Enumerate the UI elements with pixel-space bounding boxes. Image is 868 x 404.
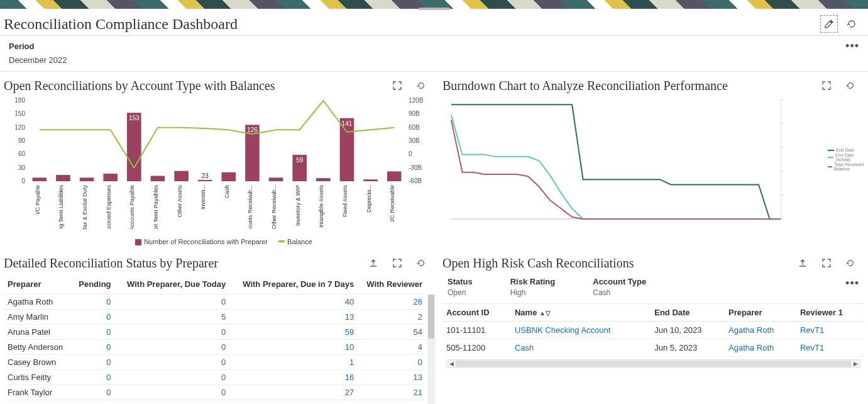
svg-text:153: 153 <box>129 115 140 121</box>
svg-text:59: 59 <box>296 157 304 164</box>
col-header[interactable]: End Date <box>651 304 725 322</box>
vertical-scrollbar[interactable] <box>427 295 435 404</box>
expand-button[interactable] <box>388 77 406 94</box>
svg-text:Investm...: Investm... <box>200 185 206 210</box>
svg-text:Tax & Excise Duty: Tax & Excise Duty <box>82 185 88 229</box>
burndown-chart: End Date End Date (Actual) Total Reviewe… <box>442 97 864 229</box>
upload-icon <box>798 259 807 267</box>
svg-rect-33 <box>363 179 378 181</box>
refresh-panel-button[interactable] <box>842 254 859 272</box>
svg-text:0: 0 <box>409 150 412 157</box>
col-header[interactable]: Reviewer 1 <box>796 304 864 322</box>
svg-text:Other Assets: Other Assets <box>177 185 183 218</box>
col-header[interactable]: With Preparer, Due Today <box>115 274 230 295</box>
preparer-table: PreparerPendingWith Preparer, Due TodayW… <box>4 274 426 404</box>
col-header[interactable]: With Preparer, Due in 7 Days <box>229 274 358 295</box>
table-row[interactable]: Casey Brown 0 0 1 0 <box>4 355 426 370</box>
pencil-icon <box>824 19 834 29</box>
col-header[interactable]: Preparer <box>4 274 72 295</box>
chart1-legend: Number of Reconciliations with Preparer … <box>4 238 435 245</box>
refresh-panel-button[interactable] <box>412 254 430 272</box>
expand-icon <box>393 81 402 90</box>
table-row[interactable]: Amy Marlin 0 5 13 2 <box>4 310 426 325</box>
svg-text:120: 120 <box>14 124 25 131</box>
filter-account-type[interactable]: Account Type Cash <box>593 277 646 297</box>
svg-text:Short Term Payables: Short Term Payables <box>153 185 159 229</box>
svg-text:Accounts Receivab...: Accounts Receivab... <box>247 185 253 229</box>
refresh-panel-button[interactable] <box>412 77 430 94</box>
refresh-icon <box>846 259 855 267</box>
col-header[interactable]: Account ID <box>442 304 511 322</box>
table-row[interactable]: Betty Anderson 0 0 10 4 <box>4 340 426 355</box>
export-button[interactable] <box>365 254 382 272</box>
period-value: December 2022 <box>0 54 868 72</box>
svg-text:-60B: -60B <box>409 177 422 184</box>
filter-status[interactable]: Status Open <box>448 277 473 297</box>
col-header[interactable]: Name ▲▽ <box>511 304 651 322</box>
svg-rect-31 <box>340 118 354 181</box>
svg-rect-21 <box>174 171 189 181</box>
svg-text:Accounts Payable: Accounts Payable <box>129 185 135 229</box>
table-row[interactable]: Jason Chung 0 0 22 17 <box>4 400 426 404</box>
col-header[interactable]: Pending <box>72 274 114 295</box>
expand-icon <box>822 259 831 267</box>
svg-text:Fixed Assets: Fixed Assets <box>342 185 348 218</box>
high-risk-table: Account IDName ▲▽End DatePreparerReviewe… <box>442 303 864 357</box>
svg-rect-14 <box>33 177 47 181</box>
expand-button[interactable] <box>818 77 835 94</box>
col-header[interactable]: Preparer <box>725 304 796 322</box>
svg-text:30: 30 <box>18 164 26 171</box>
refresh-icon <box>847 19 857 29</box>
svg-text:Long Term Liabilities: Long Term Liabilities <box>58 185 64 229</box>
table-row[interactable]: 101-11101 USBNK Checking Account Jun 10,… <box>442 322 864 339</box>
svg-text:90: 90 <box>18 137 26 144</box>
svg-text:126: 126 <box>247 126 258 133</box>
table-row[interactable]: 505-11200 Cash Jun 5, 2023 Agatha Roth R… <box>442 339 864 357</box>
svg-rect-22 <box>198 180 212 181</box>
period-label: Period <box>9 42 34 51</box>
table-row[interactable]: Agatha Roth 0 0 40 26 <box>4 295 426 310</box>
expand-button[interactable] <box>388 254 406 272</box>
upload-icon <box>369 259 378 267</box>
svg-text:141: 141 <box>342 120 353 127</box>
panel3-title: Detailed Reconciliation Status by Prepar… <box>4 256 218 271</box>
svg-rect-18 <box>127 113 141 181</box>
refresh-button[interactable] <box>843 15 860 33</box>
page-title: Reconciliation Compliance Dashboard <box>4 16 238 33</box>
svg-text:150: 150 <box>14 110 25 117</box>
svg-rect-30 <box>316 178 331 181</box>
expand-icon <box>822 81 831 90</box>
svg-rect-20 <box>151 176 165 181</box>
svg-text:60: 60 <box>18 150 26 157</box>
svg-text:I/C Receivable: I/C Receivable <box>389 185 395 222</box>
period-menu-button[interactable]: ••• <box>845 40 859 53</box>
expand-icon <box>393 259 402 267</box>
svg-rect-34 <box>387 171 402 181</box>
scroll-right-button[interactable]: ▶ <box>851 360 860 368</box>
svg-rect-17 <box>103 174 118 181</box>
table-row[interactable]: Aruna Patel 0 0 59 54 <box>4 325 426 340</box>
panel4-title: Open High Risk Cash Reconciliations <box>442 256 634 271</box>
refresh-icon <box>417 81 426 90</box>
refresh-panel-button[interactable] <box>842 77 859 94</box>
horizontal-scrollbar[interactable]: ◀ ▶ <box>446 359 860 368</box>
svg-text:120B: 120B <box>409 97 424 104</box>
export-button[interactable] <box>794 254 811 272</box>
filter-menu-button[interactable]: ••• <box>845 277 859 290</box>
svg-text:60B: 60B <box>409 124 420 131</box>
svg-text:Deprecia...: Deprecia... <box>366 185 372 213</box>
table-row[interactable]: Frank Taylor 0 0 27 21 <box>4 385 426 400</box>
svg-text:30B: 30B <box>409 137 420 144</box>
scroll-left-button[interactable]: ◀ <box>447 360 456 368</box>
expand-button[interactable] <box>818 254 835 272</box>
svg-text:90B: 90B <box>409 110 420 117</box>
svg-text:0: 0 <box>21 177 25 184</box>
svg-text:-30B: -30B <box>409 164 422 171</box>
svg-rect-27 <box>269 177 283 181</box>
edit-button[interactable] <box>820 15 838 33</box>
svg-text:Cash: Cash <box>224 185 230 198</box>
table-row[interactable]: Curtis Feitty 0 0 16 13 <box>4 370 426 385</box>
burndown-legend: End Date End Date (Actual) Total Reviewe… <box>828 147 867 172</box>
filter-risk[interactable]: Risk Rating High <box>510 277 556 297</box>
col-header[interactable]: With Reviewer <box>358 274 426 295</box>
